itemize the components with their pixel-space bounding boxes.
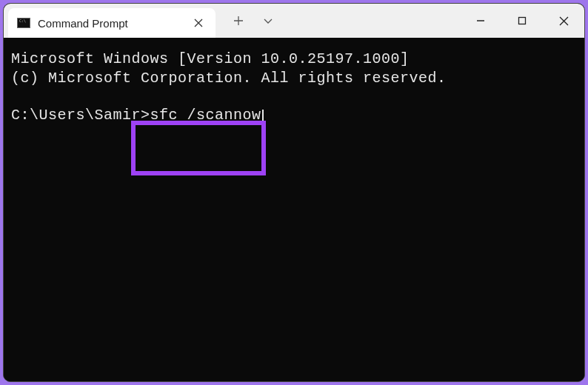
app-window: C:\ Command Prompt — [3, 3, 585, 382]
annotation-highlight-box — [131, 121, 266, 175]
terminal-output-line: (c) Microsoft Corporation. All rights re… — [11, 69, 577, 88]
terminal-prompt-line: C:\Users\Samir>sfc /scannow — [11, 106, 577, 125]
titlebar-drag-area[interactable] — [281, 4, 460, 38]
chevron-down-icon — [263, 16, 273, 26]
typed-command: sfc /scannow — [150, 107, 261, 124]
cmd-icon: C:\ — [17, 18, 30, 28]
prompt-prefix: C:\Users\Samir> — [11, 107, 150, 124]
tab-actions — [216, 4, 281, 38]
window-controls — [460, 4, 584, 38]
tab-command-prompt[interactable]: C:\ Command Prompt — [8, 8, 216, 38]
minimize-button[interactable] — [460, 4, 501, 38]
svg-rect-0 — [519, 18, 526, 24]
tab-dropdown-button[interactable] — [255, 8, 281, 33]
close-icon — [559, 16, 569, 26]
terminal-viewport[interactable]: Microsoft Windows [Version 10.0.25197.10… — [4, 38, 584, 381]
close-icon — [194, 19, 203, 27]
tab-close-button[interactable] — [189, 13, 208, 33]
plus-icon — [233, 16, 244, 26]
new-tab-button[interactable] — [226, 8, 251, 33]
titlebar: C:\ Command Prompt — [4, 4, 584, 38]
terminal-output-line: Microsoft Windows [Version 10.0.25197.10… — [11, 50, 577, 69]
tab-title: Command Prompt — [38, 17, 181, 30]
minimize-icon — [475, 16, 486, 26]
maximize-icon — [518, 16, 527, 25]
close-window-button[interactable] — [543, 4, 584, 38]
text-cursor — [262, 110, 264, 126]
maximize-button[interactable] — [501, 4, 543, 38]
